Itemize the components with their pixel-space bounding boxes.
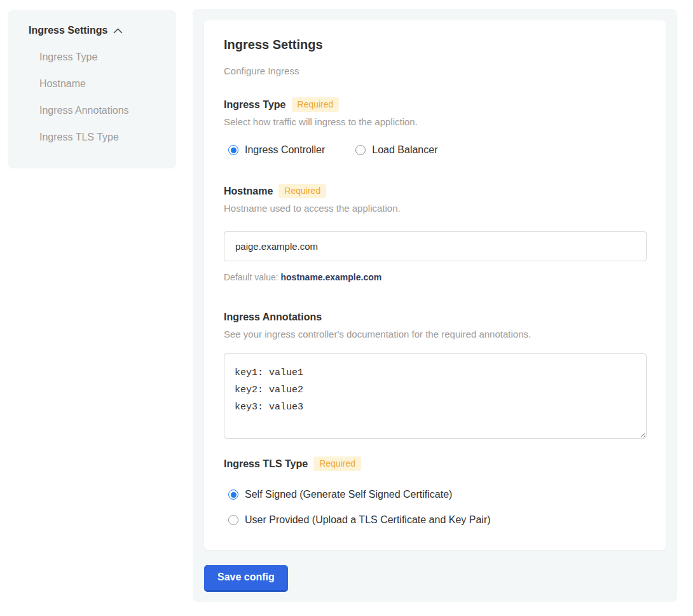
field-ingress-annotations: Ingress Annotations See your ingress con… [224, 310, 647, 439]
radio-label: Ingress Controller [245, 144, 325, 156]
radio-option-user-provided[interactable]: User Provided (Upload a TLS Certificate … [228, 514, 647, 526]
radio-label: Self Signed (Generate Self Signed Certif… [245, 489, 452, 500]
nav-item-hostname[interactable]: Hostname [39, 78, 162, 90]
field-ingress-type: Ingress Type Required Select how traffic… [224, 97, 647, 156]
radio-label: User Provided (Upload a TLS Certificate … [245, 514, 491, 526]
nav-item-ingress-tls-type[interactable]: Ingress TLS Type [39, 131, 162, 144]
config-nav-sidebar: Ingress Settings Ingress Type Hostname I… [8, 10, 176, 168]
field-label-ingress-tls-type: Ingress TLS Type [224, 457, 308, 471]
ingress-type-options: Ingress Controller Load Balancer [224, 144, 647, 156]
radio-icon[interactable] [228, 489, 238, 500]
nav-group-label: Ingress Settings [29, 24, 107, 37]
nav-item-ingress-type[interactable]: Ingress Type [39, 51, 162, 64]
page-title: Ingress Settings [224, 38, 647, 52]
radio-option-load-balancer[interactable]: Load Balancer [355, 144, 437, 156]
nav-item-ingress-annotations[interactable]: Ingress Annotations [39, 104, 162, 117]
radio-icon[interactable] [355, 145, 366, 155]
required-badge: Required [278, 184, 326, 198]
ingress-annotations-textarea[interactable]: key1: value1 key2: value2 key3: value3 [224, 353, 647, 439]
save-config-button[interactable]: Save config [204, 565, 288, 592]
radio-icon[interactable] [228, 515, 238, 525]
radio-icon[interactable] [228, 145, 238, 155]
ingress-tls-type-options: Self Signed (Generate Self Signed Certif… [224, 489, 647, 526]
chevron-up-icon [113, 28, 123, 34]
default-prefix: Default value: [224, 272, 281, 282]
radio-label: Load Balancer [372, 144, 437, 156]
field-help-hostname: Hostname used to access the application. [224, 203, 647, 214]
nav-group-ingress-settings[interactable]: Ingress Settings [29, 24, 162, 37]
required-badge: Required [292, 97, 340, 112]
radio-option-ingress-controller[interactable]: Ingress Controller [228, 144, 325, 156]
page-subtitle: Configure Ingress [224, 65, 647, 76]
field-label-hostname: Hostname [224, 184, 273, 198]
field-help-ingress-type: Select how traffic will ingress to the a… [224, 116, 647, 127]
hostname-input[interactable] [224, 231, 647, 261]
field-label-ingress-type: Ingress Type [224, 98, 286, 112]
field-help-ingress-annotations: See your ingress controller's documentat… [224, 329, 647, 339]
nav-items: Ingress Type Hostname Ingress Annotation… [22, 51, 162, 144]
required-badge: Required [313, 456, 361, 471]
field-ingress-tls-type: Ingress TLS Type Required Self Signed (G… [224, 456, 647, 526]
radio-option-self-signed[interactable]: Self Signed (Generate Self Signed Certif… [228, 489, 647, 500]
default-value: hostname.example.com [281, 272, 382, 282]
config-card: Ingress Settings Configure Ingress Ingre… [204, 20, 666, 550]
field-label-ingress-annotations: Ingress Annotations [224, 310, 322, 324]
field-hostname: Hostname Required Hostname used to acces… [224, 184, 647, 282]
hostname-default-line: Default value: hostname.example.com [224, 272, 647, 282]
config-region: Ingress Settings Configure Ingress Ingre… [193, 9, 677, 602]
